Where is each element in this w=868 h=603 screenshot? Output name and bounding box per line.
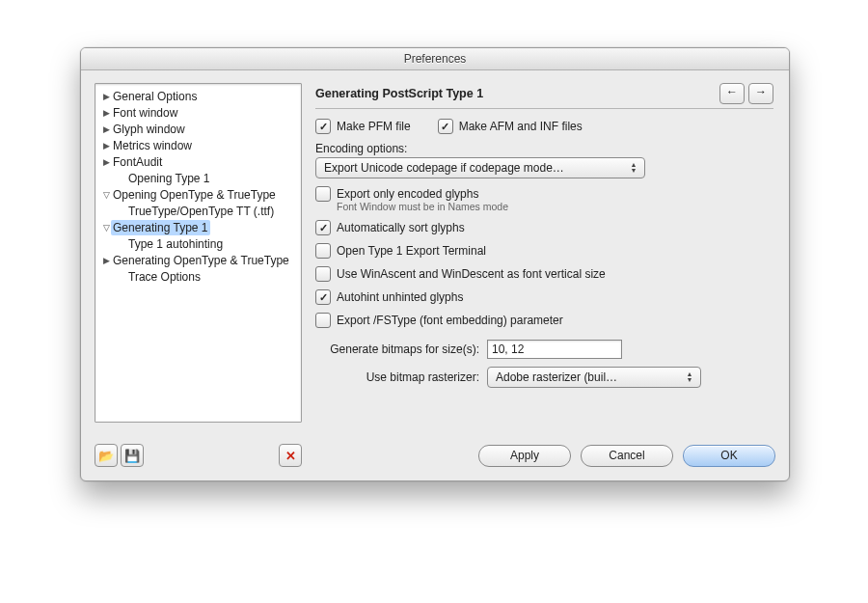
checkbox-icon (315, 243, 331, 259)
checkbox-icon (315, 313, 331, 328)
make-afm-checkbox[interactable]: Make AFM and INF files (438, 119, 583, 134)
tree-item-label: Generating OpenType & TrueType (111, 253, 291, 268)
prev-page-button[interactable]: ← (719, 83, 745, 104)
divider (315, 108, 773, 109)
tree-item[interactable]: ▶Font window (95, 104, 301, 121)
bitmap-sizes-label: Generate bitmaps for size(s): (315, 343, 479, 356)
export-encoded-checkbox[interactable]: Export only encoded glyphs (315, 186, 478, 202)
detail-nav: ← → (719, 83, 773, 104)
rasterizer-label: Use bitmap rasterizer: (315, 370, 479, 384)
checkbox-icon (315, 119, 331, 134)
disclosure-arrow-icon: ▽ (101, 223, 111, 233)
close-x-icon: ✕ (285, 449, 296, 463)
encoding-options-select[interactable]: Export Unicode codepage if codepage mode… (315, 157, 645, 178)
checkbox-icon (438, 119, 453, 134)
bitmap-sizes-value: 10, 12 (492, 343, 524, 356)
next-page-button[interactable]: → (748, 83, 773, 104)
updown-caret-icon: ▲▼ (683, 370, 696, 385)
disclosure-arrow-icon: ▶ (101, 124, 111, 134)
autohint-label: Autohint unhinted glyphs (337, 290, 463, 304)
autosort-checkbox[interactable]: Automatically sort glyphs (315, 220, 746, 235)
winascent-checkbox[interactable]: Use WinAscent and WinDescent as font ver… (315, 266, 746, 282)
tree-item[interactable]: ▽Generating Type 1 (95, 219, 301, 235)
open-terminal-checkbox[interactable]: Open Type 1 Export Terminal (315, 243, 746, 259)
preset-buttons: 📂 💾 (95, 444, 144, 467)
preferences-window: Preferences ▶General Options▶Font window… (80, 47, 790, 481)
tree-item[interactable]: Trace Options (95, 268, 301, 285)
form-area: Make PFM file Make AFM and INF files Enc… (315, 119, 773, 388)
tree-item[interactable]: ▽Opening OpenType & TrueType (95, 186, 301, 203)
make-pfm-checkbox[interactable]: Make PFM file (315, 119, 411, 134)
checkbox-icon (315, 266, 331, 282)
tree-item-label: General Options (111, 89, 199, 104)
tree-item[interactable]: ▶Glyph window (95, 121, 301, 137)
tree-item-label: Generating Type 1 (111, 220, 210, 235)
tree-item[interactable]: ▶FontAudit (95, 153, 301, 170)
tree-item-label: Metrics window (111, 138, 194, 153)
checkbox-icon (315, 186, 331, 202)
rasterizer-value: Adobe rasterizer (buil… (496, 370, 617, 384)
checkbox-icon (315, 289, 331, 305)
tree-item-label: Type 1 autohinting (126, 236, 225, 252)
cancel-button[interactable]: Cancel (581, 445, 673, 467)
tree-item-label: Font window (111, 105, 179, 121)
tree-item-label: Opening OpenType & TrueType (111, 187, 278, 203)
make-pfm-label: Make PFM file (337, 120, 411, 133)
floppy-save-icon: 💾 (124, 449, 140, 463)
export-encoded-label: Export only encoded glyphs (337, 187, 478, 201)
arrow-left-icon: ← (726, 85, 738, 98)
autosort-label: Automatically sort glyphs (337, 221, 465, 234)
encoding-options-label: Encoding options: (315, 142, 773, 155)
tree-item-label: Trace Options (126, 269, 203, 285)
detail-panel: Generating PostScript Type 1 ← → (315, 83, 775, 423)
disclosure-arrow-icon: ▶ (101, 157, 111, 167)
folder-open-icon: 📂 (98, 449, 114, 463)
tree-item[interactable]: TrueType/OpenType TT (.ttf) (95, 203, 301, 219)
export-encoded-note: Font Window must be in Names mode (337, 201, 773, 212)
disclosure-arrow-icon: ▶ (101, 256, 111, 265)
tree-item[interactable]: Opening Type 1 (95, 170, 301, 186)
make-afm-label: Make AFM and INF files (459, 120, 583, 133)
fstype-checkbox[interactable]: Export /FSType (font embedding) paramete… (315, 313, 746, 328)
disclosure-arrow-icon: ▶ (101, 108, 111, 118)
save-preset-button[interactable]: 💾 (121, 444, 144, 467)
arrow-right-icon: → (755, 85, 767, 98)
window-content: ▶General Options▶Font window▶Glyph windo… (81, 69, 789, 480)
fstype-label: Export /FSType (font embedding) paramete… (337, 314, 563, 327)
tree-item[interactable]: ▶Generating OpenType & TrueType (95, 252, 301, 268)
tree-item-label: Glyph window (111, 122, 187, 137)
autohint-checkbox[interactable]: Autohint unhinted glyphs (315, 289, 746, 305)
disclosure-arrow-icon: ▽ (101, 190, 111, 200)
detail-header: Generating PostScript Type 1 ← → (315, 83, 773, 104)
open-terminal-label: Open Type 1 Export Terminal (337, 244, 486, 258)
main-area: ▶General Options▶Font window▶Glyph windo… (81, 69, 789, 436)
checkbox-icon (315, 220, 331, 235)
apply-button[interactable]: Apply (478, 445, 571, 467)
dialog-buttons: Apply Cancel OK (478, 445, 775, 467)
winascent-label: Use WinAscent and WinDescent as font ver… (337, 267, 606, 281)
tree-item-label: FontAudit (111, 154, 164, 170)
updown-caret-icon: ▲▼ (627, 160, 640, 176)
rasterizer-select[interactable]: Adobe rasterizer (buil… ▲▼ (487, 367, 701, 388)
bitmap-sizes-input[interactable]: 10, 12 (487, 340, 622, 359)
encoding-options-value: Export Unicode codepage if codepage mode… (324, 161, 564, 175)
disclosure-arrow-icon: ▶ (101, 141, 111, 151)
ok-button[interactable]: OK (683, 445, 775, 467)
bottom-bar: 📂 💾 ✕ Apply Cancel OK (81, 436, 789, 480)
tree-item[interactable]: Type 1 autohinting (95, 235, 301, 252)
open-preset-button[interactable]: 📂 (95, 444, 118, 467)
tree-item-label: TrueType/OpenType TT (.ttf) (126, 204, 276, 219)
tree-item-label: Opening Type 1 (126, 171, 212, 186)
detail-title: Generating PostScript Type 1 (315, 87, 719, 100)
disclosure-arrow-icon: ▶ (101, 92, 111, 101)
tree-item[interactable]: ▶Metrics window (95, 137, 301, 153)
reset-button[interactable]: ✕ (279, 444, 302, 467)
tree-item[interactable]: ▶General Options (95, 88, 301, 104)
preferences-tree[interactable]: ▶General Options▶Font window▶Glyph windo… (95, 83, 302, 423)
sidebar-wrap: ▶General Options▶Font window▶Glyph windo… (95, 83, 302, 423)
window-title: Preferences (81, 48, 789, 70)
